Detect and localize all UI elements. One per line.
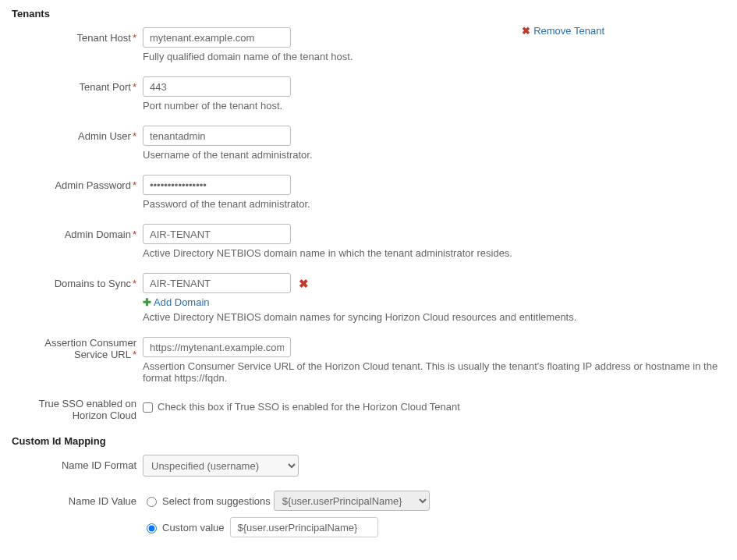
name-id-custom-radio[interactable] bbox=[147, 523, 157, 533]
admin-user-label: Admin User* bbox=[12, 126, 143, 142]
acs-url-help: Assertion Consumer Service URL of the Ho… bbox=[143, 360, 725, 384]
admin-user-input[interactable] bbox=[143, 126, 291, 146]
name-id-suggestions-radio[interactable] bbox=[147, 497, 157, 507]
remove-domain-icon[interactable]: ✖ bbox=[299, 277, 309, 291]
tenants-section-title: Tenants bbox=[12, 8, 725, 19]
remove-tenant-label: Remove Tenant bbox=[533, 25, 604, 37]
tenant-port-input[interactable] bbox=[143, 76, 291, 97]
remove-tenant-link[interactable]: ✖Remove Tenant bbox=[522, 25, 604, 37]
name-id-value-label: Name ID Value bbox=[12, 491, 143, 507]
admin-domain-label: Admin Domain* bbox=[12, 224, 143, 240]
name-id-custom-input[interactable] bbox=[230, 517, 378, 537]
admin-password-help: Password of the tenant administrator. bbox=[143, 198, 725, 210]
name-id-format-label: Name ID Format bbox=[12, 455, 143, 471]
admin-user-help: Username of the tenant administrator. bbox=[143, 149, 725, 161]
admin-password-label: Admin Password* bbox=[12, 175, 143, 191]
true-sso-checkbox[interactable] bbox=[143, 402, 153, 413]
domains-sync-help: Active Directory NETBIOS domain names fo… bbox=[143, 311, 725, 323]
close-icon: ✖ bbox=[522, 25, 530, 37]
domains-sync-input[interactable] bbox=[143, 273, 291, 293]
true-sso-help: Check this box if True SSO is enabled fo… bbox=[158, 401, 460, 413]
add-domain-link[interactable]: ✚Add Domain bbox=[143, 296, 210, 308]
name-id-suggestions-select[interactable]: ${user.userPrincipalName} bbox=[274, 491, 430, 511]
true-sso-label: True SSO enabled on Horizon Cloud bbox=[12, 398, 143, 421]
name-id-custom-label: Custom value bbox=[162, 522, 224, 533]
tenant-host-label: Tenant Host* bbox=[12, 27, 143, 44]
admin-password-input[interactable] bbox=[143, 175, 291, 195]
plus-icon: ✚ bbox=[143, 296, 151, 308]
tenant-host-input[interactable] bbox=[143, 27, 291, 48]
domains-sync-label: Domains to Sync* bbox=[12, 273, 143, 289]
name-id-format-select[interactable]: Unspecified (username) bbox=[143, 455, 299, 477]
name-id-suggestions-label: Select from suggestions bbox=[162, 495, 271, 507]
admin-domain-help: Active Directory NETBIOS domain name in … bbox=[143, 247, 725, 259]
tenant-port-help: Port number of the tenant host. bbox=[143, 100, 725, 112]
tenant-host-help: Fully qualified domain name of the tenan… bbox=[143, 51, 725, 62]
acs-url-label: Assertion Consumer Service URL* bbox=[12, 337, 143, 360]
admin-domain-input[interactable] bbox=[143, 224, 291, 244]
acs-url-input[interactable] bbox=[143, 337, 291, 357]
custom-id-section-title: Custom Id Mapping bbox=[12, 435, 725, 447]
tenant-port-label: Tenant Port* bbox=[12, 76, 143, 93]
